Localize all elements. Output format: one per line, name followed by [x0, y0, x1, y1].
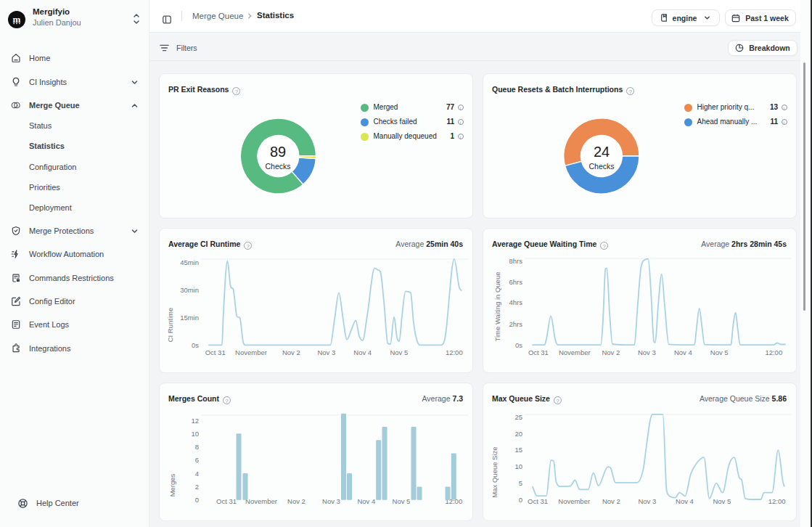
svg-text:n: n [16, 104, 18, 107]
svg-text:m: m [13, 14, 21, 25]
